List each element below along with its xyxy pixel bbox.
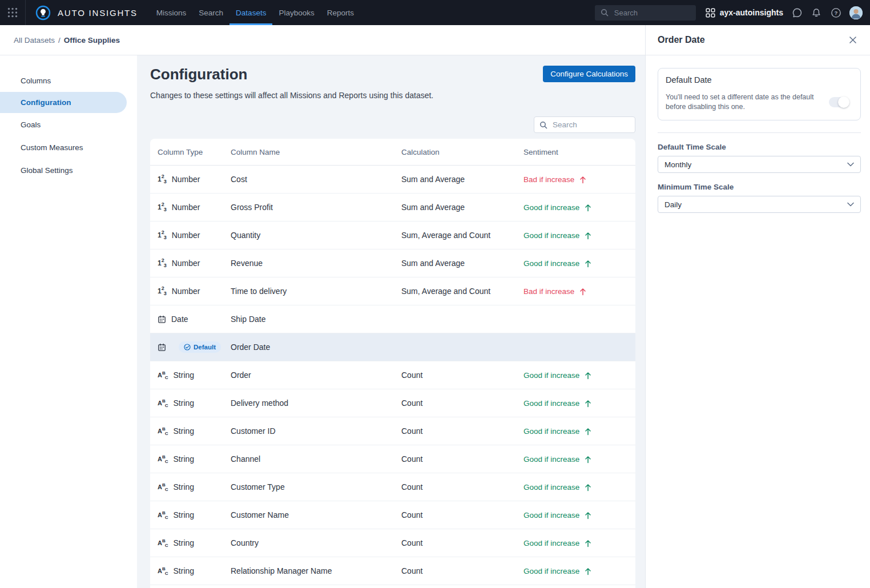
calculation-cell: Sum, Average and Count xyxy=(401,231,523,240)
sidebar-item-goals[interactable]: Goals xyxy=(0,113,137,136)
sentiment-toggle[interactable]: Good if increase xyxy=(523,399,591,408)
sentiment-toggle[interactable]: Good if increase xyxy=(523,483,591,492)
calendar-icon xyxy=(158,315,166,324)
sentiment-toggle[interactable]: Good if increase xyxy=(523,203,591,212)
table-row[interactable]: Date Ship Date xyxy=(150,305,635,333)
table-row[interactable]: ABC String Relationship Manager Name Cou… xyxy=(150,557,635,585)
default-date-row: You'll need to set a different date as t… xyxy=(666,92,853,111)
calculation-cell: Count xyxy=(401,482,523,492)
up-arrow-icon xyxy=(585,232,591,240)
string-icon: ABC xyxy=(158,482,168,492)
nav-item-datasets[interactable]: Datasets xyxy=(229,0,272,25)
table-row[interactable]: ABC String Customer Type Count Good if i… xyxy=(150,473,635,501)
breadcrumb-all-datasets[interactable]: All Datasets xyxy=(14,36,55,45)
sentiment-label: Good if increase xyxy=(523,511,579,519)
nav-item-reports[interactable]: Reports xyxy=(321,0,360,25)
column-type-cell: ABC String xyxy=(150,538,231,548)
column-name-cell: Quantity xyxy=(231,231,401,240)
column-type-label: String xyxy=(174,398,195,408)
sentiment-label: Good if increase xyxy=(523,399,579,408)
column-type-label: String xyxy=(174,538,195,547)
table-row[interactable]: 123 Number Time to delivery Sum, Average… xyxy=(150,277,635,305)
table-row[interactable]: 123 Number Gross Profit Sum and Average … xyxy=(150,194,635,221)
help-icon[interactable]: ? xyxy=(830,7,841,18)
global-search-input[interactable] xyxy=(613,8,690,18)
breadcrumb-separator: / xyxy=(58,36,61,45)
close-icon[interactable] xyxy=(847,34,859,46)
table-row[interactable]: ABC String Order Count Good if increase xyxy=(150,361,635,389)
sentiment-toggle[interactable]: Good if increase xyxy=(523,455,591,464)
table-row[interactable]: 123 Number Cost Sum and Average Bad if i… xyxy=(150,166,635,194)
calculation-cell: Count xyxy=(401,426,523,436)
sentiment-cell: Good if increase xyxy=(523,426,635,436)
column-type-label: Number xyxy=(172,287,200,296)
page-description: Changes to these settings will affect al… xyxy=(150,91,635,100)
column-type-cell: Default xyxy=(150,341,231,353)
sidebar-item-custom-measures[interactable]: Custom Measures xyxy=(0,136,137,159)
default-date-title: Default Date xyxy=(666,75,853,84)
main-header: Configuration Configure Calculations xyxy=(150,66,635,83)
nav-item-missions[interactable]: Missions xyxy=(150,0,193,25)
column-type-label: String xyxy=(174,510,195,519)
column-type-cell: 123 Number xyxy=(150,202,231,212)
string-icon: ABC xyxy=(158,398,168,408)
table-search-input[interactable] xyxy=(551,120,630,130)
panel-title: Order Date xyxy=(658,35,705,45)
sentiment-toggle[interactable]: Good if increase xyxy=(523,567,591,575)
workspace-grid-icon xyxy=(706,8,715,18)
nav-item-search[interactable]: Search xyxy=(192,0,229,25)
sentiment-toggle[interactable]: Good if increase xyxy=(523,427,591,436)
brand-title: AUTO INSIGHTS xyxy=(58,8,138,18)
sentiment-toggle[interactable]: Good if increase xyxy=(523,231,591,240)
column-name-cell: Order Date xyxy=(231,343,401,352)
sentiment-toggle[interactable]: Bad if increase xyxy=(523,287,586,296)
panel-divider xyxy=(658,132,861,133)
sidebar-item-columns[interactable]: Columns xyxy=(0,69,137,92)
nav-item-playbooks[interactable]: Playbooks xyxy=(272,0,320,25)
table-body: 123 Number Cost Sum and Average Bad if i… xyxy=(150,166,635,585)
default-time-scale-select[interactable]: Monthly xyxy=(658,156,861,173)
sentiment-toggle[interactable]: Bad if increase xyxy=(523,175,586,184)
table-row[interactable]: 123 Number Revenue Sum and Average Good … xyxy=(150,249,635,277)
sentiment-label: Good if increase xyxy=(523,259,579,268)
bell-icon[interactable] xyxy=(811,7,822,18)
sentiment-cell: Good if increase xyxy=(523,454,635,464)
default-date-toggle[interactable] xyxy=(829,97,849,107)
default-badge: Default xyxy=(179,341,221,353)
sentiment-cell: Bad if increase xyxy=(523,287,635,296)
sidebar-item-configuration[interactable]: Configuration xyxy=(0,92,127,113)
up-arrow-icon xyxy=(585,400,591,408)
sentiment-toggle[interactable]: Good if increase xyxy=(523,259,591,268)
sentiment-toggle[interactable]: Good if increase xyxy=(523,511,591,519)
number-icon: 123 xyxy=(158,174,167,184)
chat-icon[interactable] xyxy=(791,7,803,18)
apps-grid-icon[interactable] xyxy=(0,0,25,25)
column-type-label: Number xyxy=(172,175,200,184)
column-type-cell: 123 Number xyxy=(150,230,231,240)
configure-calculations-button[interactable]: Configure Calculations xyxy=(543,66,635,82)
header-column-name: Column Name xyxy=(231,148,401,156)
number-icon: 123 xyxy=(158,258,167,268)
table-row[interactable]: ABC String Delivery method Count Good if… xyxy=(150,389,635,417)
table-row[interactable]: ABC String Country Count Good if increas… xyxy=(150,529,635,557)
sentiment-cell: Good if increase xyxy=(523,398,635,408)
header-column-type: Column Type xyxy=(150,148,231,156)
table-row[interactable]: Default Order Date xyxy=(150,333,635,361)
table-row[interactable]: 123 Number Quantity Sum, Average and Cou… xyxy=(150,221,635,249)
table-row[interactable]: ABC String Customer Name Count Good if i… xyxy=(150,501,635,529)
global-search-box xyxy=(595,5,696,21)
columns-table: Column Type Column Name Calculation Sent… xyxy=(150,139,635,588)
sidebar-item-global-settings[interactable]: Global Settings xyxy=(0,159,137,182)
sentiment-toggle[interactable]: Good if increase xyxy=(523,371,591,380)
workspace-switcher[interactable]: ayx-autoinsights xyxy=(706,8,783,18)
number-icon: 123 xyxy=(158,286,167,296)
table-row[interactable]: ABC String Customer ID Count Good if inc… xyxy=(150,417,635,445)
minimum-time-scale-select[interactable]: Daily xyxy=(658,196,861,213)
avatar[interactable] xyxy=(849,6,863,19)
sentiment-toggle[interactable]: Good if increase xyxy=(523,539,591,547)
column-type-cell: 123 Number xyxy=(150,258,231,268)
column-type-label: Number xyxy=(172,259,200,268)
table-row[interactable]: ABC String Channel Count Good if increas… xyxy=(150,445,635,473)
header-calculation: Calculation xyxy=(401,148,523,156)
main-content: Configuration Configure Calculations Cha… xyxy=(137,55,645,588)
